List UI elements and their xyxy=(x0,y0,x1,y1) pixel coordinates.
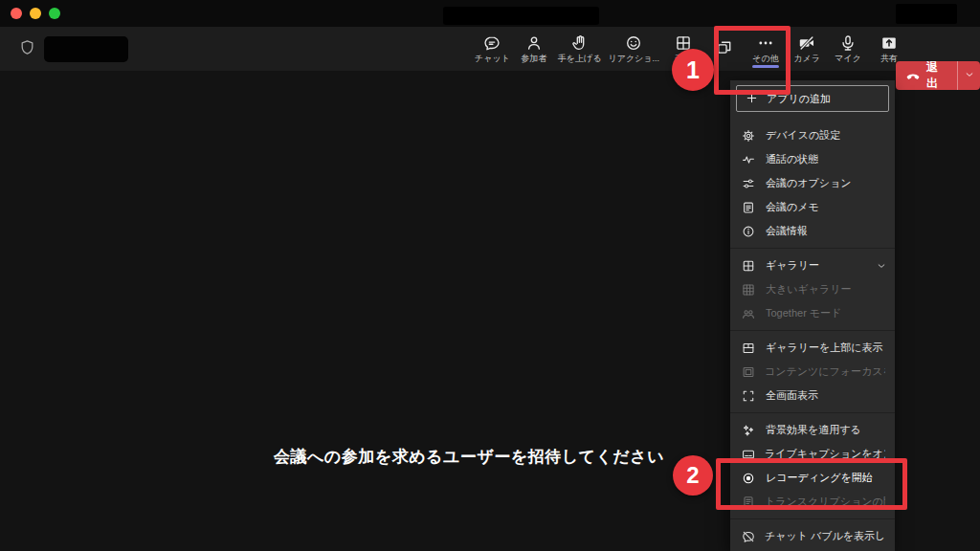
toolbar-button-camera[interactable]: カメラ xyxy=(788,27,826,71)
menu-item-start-recording[interactable]: レコーディングを開始 xyxy=(730,466,895,490)
focus-content-icon xyxy=(742,365,755,379)
toolbar-button-label: その他 xyxy=(752,55,778,63)
active-tab-underline xyxy=(752,65,779,68)
menu-item-label: 会議のメモ xyxy=(766,200,819,214)
live-captions-icon xyxy=(742,448,755,461)
fullscreen-icon xyxy=(742,389,756,403)
more-actions-menu: アプリの追加 デバイスの設定通話の状態会議のオプション会議のメモ会議情報ギャラリ… xyxy=(730,80,895,551)
menu-section: デバイスの設定通話の状態会議のオプション会議のメモ会議情報 xyxy=(730,119,895,248)
menu-item-gallery[interactable]: ギャラリー xyxy=(730,253,895,277)
menu-item-focus-on-content: コンテンツにフォーカスを移動 xyxy=(730,360,895,384)
toolbar-button-reactions[interactable]: リアクショ... xyxy=(606,27,661,71)
menu-item-dont-show-chat-bubbles[interactable]: チャット バブルを表示しない xyxy=(730,524,895,548)
settings-gear-icon xyxy=(742,129,756,143)
meeting-notes-icon xyxy=(742,201,756,214)
redacted-top-right xyxy=(896,4,957,24)
toolbar-button-more[interactable]: その他 xyxy=(746,27,785,71)
toolbar-button-label: 参加者 xyxy=(521,55,546,63)
menu-section: 背景効果を適用するライブキャプションをオンにするレコーディングを開始トランスクリ… xyxy=(730,412,895,518)
menu-item-together-mode: Together モード xyxy=(730,301,895,325)
toolbar-button-label: リアクショ... xyxy=(608,55,659,63)
camera-off-icon xyxy=(798,34,815,52)
raise-hand-icon xyxy=(571,34,589,52)
participants-icon xyxy=(525,34,543,52)
menu-item-apply-background-effects[interactable]: 背景効果を適用する xyxy=(730,418,895,442)
menu-item-turn-on-live-captions[interactable]: ライブキャプションをオンにする xyxy=(730,442,895,466)
traffic-lights xyxy=(11,8,60,19)
menu-item-label: 通話の状態 xyxy=(766,152,818,166)
leave-button-label: 退出 xyxy=(926,61,947,90)
menu-item-meeting-info[interactable]: 会議情報 xyxy=(730,219,895,243)
menu-item-label: 大きいギャラリー xyxy=(766,282,852,297)
menu-item-call-health[interactable]: 通話の状態 xyxy=(730,147,895,171)
toolbar-button-chat[interactable]: チャット xyxy=(473,27,512,71)
menu-item-label: ギャラリーを上部に表示 xyxy=(766,341,883,355)
background-effects-icon xyxy=(742,424,756,437)
minimize-button[interactable] xyxy=(30,8,41,19)
gallery-icon xyxy=(742,259,756,273)
menu-section: ギャラリーを上部に表示コンテンツにフォーカスを移動全画面表示 xyxy=(730,330,895,412)
redacted-meeting-title xyxy=(443,7,599,25)
teams-meeting-window: チャット参加者手を上げるリアクショ...表示その他カメラマイク共有 退出 会議へ… xyxy=(0,0,980,551)
menu-item-meeting-options[interactable]: 会議のオプション xyxy=(730,171,895,195)
large-gallery-icon xyxy=(742,283,756,297)
menu-item-add-apps[interactable]: アプリの追加 xyxy=(736,85,889,112)
close-button[interactable] xyxy=(11,8,22,19)
titlebar xyxy=(0,0,980,27)
leave-button[interactable]: 退出 xyxy=(896,61,980,90)
redacted-meeting-timer xyxy=(44,36,128,62)
reactions-icon xyxy=(625,34,642,52)
menu-section: ギャラリー大きいギャラリーTogether モード xyxy=(730,248,895,330)
leave-options-button[interactable] xyxy=(958,61,980,90)
menu-item-meeting-notes[interactable]: 会議のメモ xyxy=(730,195,895,219)
meeting-options-icon xyxy=(742,177,756,190)
transcription-icon xyxy=(742,496,755,509)
together-mode-icon xyxy=(742,307,756,320)
menu-item-show-gallery-on-top[interactable]: ギャラリーを上部に表示 xyxy=(730,336,895,360)
menu-item-label: チャット バブルを表示しない xyxy=(765,529,885,543)
zoom-button[interactable] xyxy=(49,8,60,19)
menu-item-fullscreen[interactable]: 全画面表示 xyxy=(730,384,895,408)
chevron-down-icon xyxy=(876,260,887,272)
chat-icon xyxy=(483,34,501,52)
info-icon xyxy=(742,225,756,238)
step-badge-1: 1 xyxy=(672,49,714,91)
share-icon xyxy=(880,34,898,52)
chat-bubbles-off-icon xyxy=(742,530,755,543)
menu-sections: デバイスの設定通話の状態会議のオプション会議のメモ会議情報ギャラリー大きいギャラ… xyxy=(730,119,895,551)
menu-item-label: ライブキャプションをオンにする xyxy=(765,447,885,461)
menu-item-label: デバイスの設定 xyxy=(766,128,840,143)
menu-item-label: 背景効果を適用する xyxy=(766,423,861,437)
menu-item-label: アプリの追加 xyxy=(767,92,831,106)
toolbar-button-participants[interactable]: 参加者 xyxy=(515,27,553,71)
chevron-down-icon xyxy=(964,67,975,84)
menu-item-large-gallery: 大きいギャラリー xyxy=(730,277,895,301)
toolbar-button-raise-hand[interactable]: 手を上げる xyxy=(556,27,604,71)
toolbar-button-label: マイク xyxy=(835,55,861,63)
toolbar-button-label: チャット xyxy=(475,55,510,63)
menu-item-device-settings[interactable]: デバイスの設定 xyxy=(730,123,895,147)
menu-item-label: 会議情報 xyxy=(766,224,808,238)
menu-item-label: コンテンツにフォーカスを移動 xyxy=(765,364,885,379)
menu-item-start-transcription: トランスクリプションの開始 xyxy=(730,490,895,514)
menu-section: チャット バブルを表示しない xyxy=(730,518,895,551)
gallery-top-icon xyxy=(742,342,756,355)
mic-icon xyxy=(839,34,857,52)
menu-item-label: Together モード xyxy=(766,306,841,320)
step-badge-2: 2 xyxy=(673,455,713,496)
meeting-toolbar: チャット参加者手を上げるリアクショ...表示その他カメラマイク共有 退出 xyxy=(0,27,980,71)
toolbar-button-label: カメラ xyxy=(793,55,820,63)
add-icon xyxy=(746,92,758,106)
popout-icon xyxy=(716,39,733,56)
toolbar-left-group xyxy=(19,27,128,71)
menu-item-label: ギャラリー xyxy=(766,258,819,273)
menu-item-label: 会議のオプション xyxy=(766,176,852,190)
menu-item-label: トランスクリプションの開始 xyxy=(765,495,885,509)
record-icon xyxy=(742,472,756,485)
toolbar-button-mic[interactable]: マイク xyxy=(829,27,867,71)
toolbar-button-label: 共有 xyxy=(880,55,898,63)
more-icon xyxy=(757,34,774,52)
toolbar-button-label: 手を上げる xyxy=(558,55,602,63)
menu-item-label: 全画面表示 xyxy=(766,388,818,403)
call-health-icon xyxy=(742,153,756,166)
